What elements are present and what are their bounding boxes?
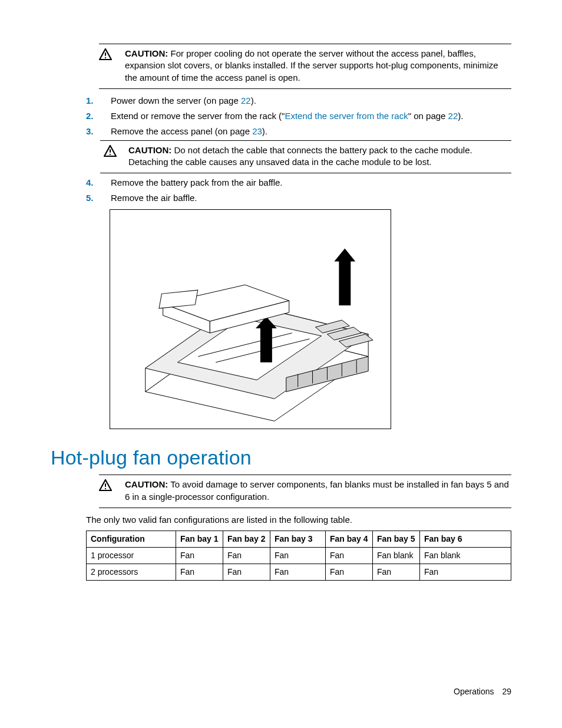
server-diagram [110,209,391,429]
svg-point-29 [105,488,106,489]
caution-text-1: CAUTION: For proper cooling do not opera… [125,48,511,84]
step-1: Power down the server (on page 22). [86,95,511,107]
fan-config-table: Configuration Fan bay 1 Fan bay 2 Fan ba… [86,531,511,581]
caution-body: Do not detach the cable that connects th… [128,145,472,167]
page-link-22a[interactable]: 22 [241,95,251,106]
caution-label: CAUTION: [128,145,171,155]
step-5: Remove the air baffle. [86,192,511,204]
col-configuration: Configuration [87,531,176,548]
table-row: 1 processor Fan Fan Fan Fan Fan blank Fa… [87,548,511,564]
caution-body: For proper cooling do not operate the se… [125,48,498,83]
caution-block-2: CAUTION: Do not detach the cable that co… [100,140,511,174]
col-fanbay5: Fan bay 5 [373,531,420,548]
step-3: Remove the access panel (on page 23). CA… [86,126,511,173]
col-fanbay1: Fan bay 1 [176,531,223,548]
caution-body: To avoid damage to server components, fa… [125,479,509,501]
footer-page-number: 29 [502,687,511,696]
svg-point-3 [110,153,111,154]
table-intro: The only two valid fan configurations ar… [86,514,511,526]
page-footer: Operations 29 [454,686,511,697]
footer-section: Operations [454,687,494,696]
table-row: 2 processors Fan Fan Fan Fan Fan Fan [87,564,511,580]
svg-point-1 [105,57,106,58]
col-fanbay6: Fan bay 6 [420,531,511,548]
caution-triangle-icon [100,144,128,157]
page-link-22b[interactable]: 22 [448,111,458,121]
caution-triangle-icon [99,48,125,60]
link-extend-server[interactable]: Extend the server from the rack [285,111,408,121]
col-fanbay2: Fan bay 2 [223,531,270,548]
step-2: Extend or remove the server from the rac… [86,110,511,122]
svg-rect-20 [260,327,272,362]
caution-label: CAUTION: [125,479,168,489]
caution-block-3: CAUTION: To avoid damage to server compo… [99,475,511,508]
caution-text-2: CAUTION: Do not detach the cable that co… [128,144,511,169]
table-header-row: Configuration Fan bay 1 Fan bay 2 Fan ba… [87,531,511,548]
svg-marker-23 [334,248,355,261]
page-link-23[interactable]: 23 [252,126,262,136]
caution-triangle-icon [99,479,125,491]
section-heading: Hot-plug fan operation [51,444,511,472]
caution-label: CAUTION: [125,48,168,58]
col-fanbay4: Fan bay 4 [326,531,373,548]
col-fanbay3: Fan bay 3 [270,531,326,548]
caution-text-3: CAUTION: To avoid damage to server compo… [125,479,511,503]
step-4: Remove the battery pack from the air baf… [86,177,511,189]
caution-block-1: CAUTION: For proper cooling do not opera… [99,44,511,89]
svg-rect-22 [339,259,351,305]
procedure-steps: Power down the server (on page 22). Exte… [86,95,511,205]
